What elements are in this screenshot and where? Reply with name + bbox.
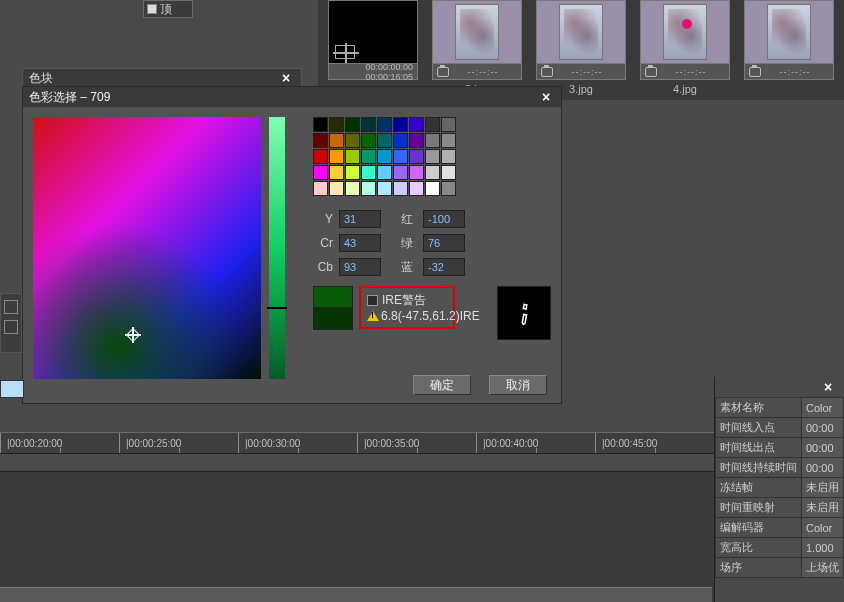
palette-swatch[interactable] — [393, 165, 408, 180]
property-value[interactable]: 上场优 — [802, 558, 844, 578]
palette-swatch[interactable] — [393, 117, 408, 132]
track-thumbnail[interactable] — [0, 380, 24, 398]
palette-swatch[interactable] — [313, 117, 328, 132]
thumbnail-clip-3[interactable]: --:--:-- 4.jpg — [640, 0, 730, 95]
property-value[interactable]: 未启用 — [802, 478, 844, 498]
property-row: 时间线持续时间00:00 — [716, 458, 844, 478]
palette-swatch[interactable] — [393, 149, 408, 164]
timeline-track[interactable] — [0, 454, 714, 472]
cr-input[interactable] — [339, 234, 381, 252]
close-icon[interactable]: × — [537, 89, 555, 105]
close-icon[interactable]: × — [818, 379, 838, 395]
close-icon[interactable]: × — [277, 70, 295, 86]
tool-icon[interactable] — [4, 320, 18, 334]
palette-swatch[interactable] — [425, 133, 440, 148]
cancel-button[interactable]: 取消 — [489, 375, 547, 395]
color-sample-old[interactable] — [313, 308, 353, 330]
ire-checkbox[interactable] — [367, 295, 378, 306]
palette-swatch[interactable] — [329, 149, 344, 164]
palette-swatch[interactable] — [313, 149, 328, 164]
palette-swatch[interactable] — [441, 149, 456, 164]
y-input[interactable] — [339, 210, 381, 228]
tool-icon[interactable] — [4, 300, 18, 314]
palette-swatch[interactable] — [409, 165, 424, 180]
timeline-tick: |00:00:30:00 — [238, 433, 357, 453]
red-input[interactable] — [423, 210, 465, 228]
palette-swatch[interactable] — [345, 165, 360, 180]
cb-input[interactable] — [339, 258, 381, 276]
property-value[interactable]: 1.000 — [802, 538, 844, 558]
palette-swatch[interactable] — [361, 133, 376, 148]
timeline-ruler[interactable]: |00:00:20:00|00:00:25:00|00:00:30:00|00:… — [0, 432, 714, 454]
thumbnail-clip-4[interactable]: --:--:-- — [744, 0, 834, 80]
blue-input[interactable] — [423, 258, 465, 276]
property-value[interactable]: 00:00 — [802, 458, 844, 478]
palette-swatch[interactable] — [409, 181, 424, 196]
palette-swatch[interactable] — [393, 133, 408, 148]
ok-button[interactable]: 确定 — [413, 375, 471, 395]
palette-swatch[interactable] — [441, 165, 456, 180]
bottom-scrollbar[interactable] — [0, 587, 712, 602]
palette-swatch[interactable] — [329, 181, 344, 196]
warning-icon — [367, 311, 379, 321]
property-key: 时间线出点 — [716, 438, 802, 458]
y-label: Y — [313, 212, 333, 226]
thumbnail-row: 00:00:00:00 00:00:16:05 --:--:-- 2.jpg -… — [318, 0, 844, 100]
property-value[interactable]: 未启用 — [802, 498, 844, 518]
palette-swatch[interactable] — [361, 165, 376, 180]
palette-swatch[interactable] — [313, 133, 328, 148]
property-key: 冻结帧 — [716, 478, 802, 498]
palette-swatch[interactable] — [345, 181, 360, 196]
colorblock-window-header[interactable]: 色块 × — [22, 68, 302, 88]
thumbnail-clip-2[interactable]: --:--:-- 3.jpg — [536, 0, 626, 95]
thumbnail-clip-1[interactable]: --:--:-- 2.jpg — [432, 0, 522, 95]
palette-swatch[interactable] — [313, 181, 328, 196]
timeline-area — [0, 472, 714, 602]
palette-swatch[interactable] — [393, 181, 408, 196]
timeline-tick: |00:00:40:00 — [476, 433, 595, 453]
palette-swatch[interactable] — [425, 165, 440, 180]
palette-swatch[interactable] — [377, 165, 392, 180]
property-value[interactable]: Color — [802, 398, 844, 418]
property-row: 素材名称Color — [716, 398, 844, 418]
property-row: 冻结帧未启用 — [716, 478, 844, 498]
palette-swatch[interactable] — [345, 117, 360, 132]
property-value[interactable]: 00:00 — [802, 438, 844, 458]
palette-swatch[interactable] — [377, 133, 392, 148]
palette-swatch[interactable] — [345, 133, 360, 148]
palette-swatch[interactable] — [361, 149, 376, 164]
color-sample-compare — [313, 286, 353, 330]
palette-swatch[interactable] — [361, 181, 376, 196]
palette-swatch[interactable] — [441, 117, 456, 132]
palette-swatch[interactable] — [409, 149, 424, 164]
palette-swatch[interactable] — [409, 133, 424, 148]
palette-swatch[interactable] — [345, 149, 360, 164]
palette-swatch[interactable] — [361, 117, 376, 132]
checkbox-icon[interactable] — [147, 4, 157, 14]
green-input[interactable] — [423, 234, 465, 252]
palette-swatch[interactable] — [409, 117, 424, 132]
thumbnail-clip-0[interactable]: 00:00:00:00 00:00:16:05 — [328, 0, 418, 80]
palette-swatch[interactable] — [425, 181, 440, 196]
properties-panel: × 素材名称Color时间线入点00:00时间线出点00:00时间线持续时间00… — [714, 377, 844, 602]
palette-swatch[interactable] — [425, 117, 440, 132]
palette-swatch[interactable] — [377, 117, 392, 132]
palette-swatch[interactable] — [425, 149, 440, 164]
palette-swatch[interactable] — [329, 133, 344, 148]
camera-icon — [749, 67, 761, 77]
property-value[interactable]: 00:00 — [802, 418, 844, 438]
color-gradient-field[interactable] — [33, 117, 261, 379]
hue-strip[interactable] — [269, 117, 285, 379]
palette-swatch[interactable] — [377, 181, 392, 196]
palette-swatch[interactable] — [441, 133, 456, 148]
palette-swatch[interactable] — [329, 117, 344, 132]
palette-swatch[interactable] — [329, 165, 344, 180]
color-preview-eyedropper[interactable] — [497, 286, 551, 340]
color-sample-new[interactable] — [313, 286, 353, 308]
palette-swatch[interactable] — [377, 149, 392, 164]
palette-swatch[interactable] — [441, 181, 456, 196]
dialog-header[interactable]: 色彩选择 – 709 × — [23, 87, 561, 107]
dash-timecode: --:--:-- — [761, 67, 829, 77]
palette-swatch[interactable] — [313, 165, 328, 180]
property-value[interactable]: Color — [802, 518, 844, 538]
